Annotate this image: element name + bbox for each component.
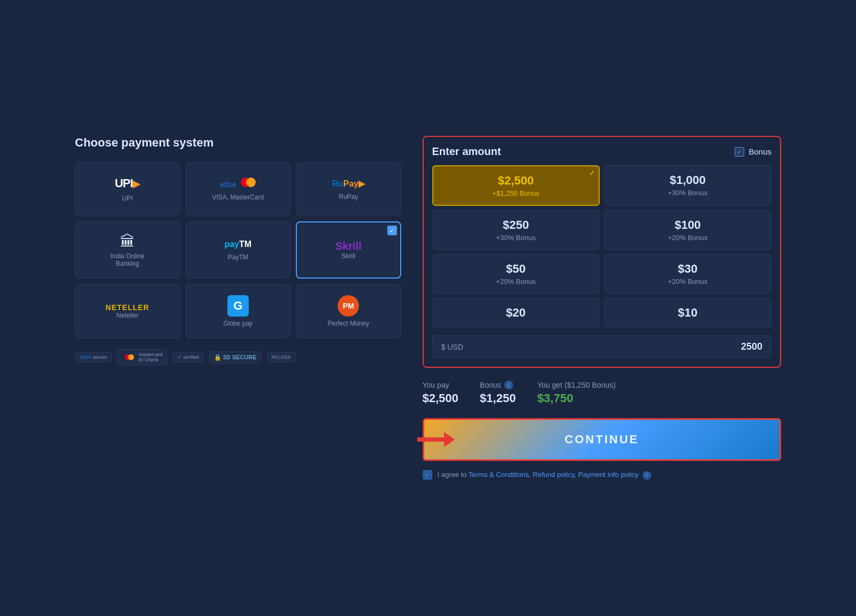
upi-logo-wrapper: UPI▶ bbox=[114, 176, 140, 190]
pm-label: Perfect Money bbox=[328, 320, 369, 327]
pci-dss-badge: PCI DSS bbox=[267, 352, 296, 363]
left-panel: Choose payment system UPI▶ UPI VISA bbox=[75, 136, 401, 480]
mastercard-icon bbox=[241, 178, 256, 187]
rupay-logo: RuPay▶ bbox=[332, 179, 365, 189]
bonus-info-icon[interactable]: i bbox=[505, 381, 513, 389]
payment-card-rupay[interactable]: RuPay▶ RuPay bbox=[296, 163, 401, 216]
amount-1000-bonus: +30% Bonus bbox=[612, 189, 763, 197]
payment-card-visa-mc[interactable]: VISA VISA, MasterCard bbox=[186, 163, 291, 216]
terms-link[interactable]: Terms & Conditions bbox=[469, 471, 529, 479]
amount-100-bonus: +20% Bonus bbox=[612, 234, 763, 242]
terms-info-icon[interactable]: i bbox=[643, 471, 651, 480]
bonus-summary-value: $1,250 bbox=[480, 391, 516, 405]
amount-option-2500[interactable]: $2,500 +$1,250 Bonus bbox=[432, 165, 600, 206]
you-pay-label: You pay bbox=[423, 381, 458, 389]
continue-button-wrapper: CONTINUE bbox=[423, 418, 781, 461]
payment-card-pm[interactable]: PM Perfect Money bbox=[296, 284, 401, 338]
amount-input-row: $ USD bbox=[432, 335, 771, 358]
security-badges: VISA secure mastercardID Check ✓ verifie… bbox=[75, 349, 401, 365]
amount-option-1000[interactable]: $1,000 +30% Bonus bbox=[604, 165, 771, 206]
you-pay-summary: You pay $2,500 bbox=[423, 381, 458, 405]
amount-section: Enter amount ✓ Bonus $2,500 +$1,250 Bonu… bbox=[423, 136, 781, 368]
right-panel: Enter amount ✓ Bonus $2,500 +$1,250 Bonu… bbox=[423, 136, 781, 480]
bonus-toggle[interactable]: ✓ Bonus bbox=[735, 147, 771, 157]
verified-badge: ✓ verified bbox=[173, 352, 204, 363]
bonus-summary: Bonus i $1,250 bbox=[480, 381, 516, 405]
payment-grid: UPI▶ UPI VISA VISA, MasterCard RuPa bbox=[75, 163, 401, 338]
globe-label: Globe pay bbox=[223, 320, 253, 327]
you-get-summary: You get ($1,250 Bonus) $3,750 bbox=[537, 381, 616, 405]
you-get-label: You get ($1,250 Bonus) bbox=[537, 381, 616, 389]
upi-text: UPI bbox=[114, 176, 133, 190]
amount-250-value: $250 bbox=[440, 218, 592, 232]
amount-50-bonus: +20% Bonus bbox=[440, 278, 592, 286]
bonus-checkbox[interactable]: ✓ bbox=[735, 147, 744, 157]
skrill-check: ✓ bbox=[387, 226, 397, 235]
amount-50-value: $50 bbox=[440, 262, 592, 276]
amount-20-value: $20 bbox=[440, 306, 592, 320]
visa-mc-logo: VISA bbox=[220, 178, 256, 189]
mastercard-id-badge: mastercardID Check bbox=[117, 349, 167, 365]
summary-row: You pay $2,500 Bonus i $1,250 You get ($… bbox=[423, 379, 781, 407]
arrow-shaft bbox=[417, 437, 444, 442]
amount-title: Enter amount bbox=[432, 145, 501, 158]
amount-10-value: $10 bbox=[612, 306, 763, 320]
amount-option-100[interactable]: $100 +20% Bonus bbox=[604, 210, 771, 250]
upi-label: UPI bbox=[122, 195, 133, 202]
amount-header: Enter amount ✓ Bonus bbox=[432, 145, 771, 158]
amount-250-bonus: +30% Bonus bbox=[440, 234, 592, 242]
rupay-label: RuPay bbox=[339, 193, 358, 201]
payment-info-link[interactable]: Payment info policy bbox=[578, 471, 639, 479]
refund-link[interactable]: Refund policy bbox=[533, 471, 575, 479]
payment-card-neteller[interactable]: NETELLER Neteller bbox=[75, 284, 180, 338]
amount-options-grid: $2,500 +$1,250 Bonus $1,000 +30% Bonus $… bbox=[432, 165, 771, 328]
payment-card-upi[interactable]: UPI▶ UPI bbox=[75, 163, 180, 216]
you-get-value: $3,750 bbox=[537, 391, 616, 405]
arrow-head bbox=[444, 432, 455, 447]
visa-mc-label: VISA, MasterCard bbox=[212, 194, 264, 201]
globe-icon: G bbox=[227, 295, 249, 317]
payment-card-globe[interactable]: G Globe pay bbox=[186, 284, 291, 338]
amount-2500-value: $2,500 bbox=[441, 174, 591, 188]
skrill-logo: Skrill bbox=[335, 240, 362, 252]
currency-label: $ USD bbox=[441, 343, 468, 351]
skrill-label: Skrill bbox=[341, 252, 355, 260]
terms-checkbox[interactable]: ✓ bbox=[423, 470, 432, 480]
payment-card-paytm[interactable]: payTM PayTM bbox=[186, 221, 291, 279]
terms-row: ✓ I agree to Terms & Conditions, Refund … bbox=[423, 469, 781, 480]
visa-secure-badge: VISA secure bbox=[75, 352, 112, 363]
lock-icon: 🔒 bbox=[214, 354, 221, 361]
amount-option-10[interactable]: $10 bbox=[604, 298, 771, 328]
amount-30-value: $30 bbox=[612, 262, 763, 276]
amount-2500-bonus: +$1,250 Bonus bbox=[441, 189, 591, 197]
panel-title: Choose payment system bbox=[75, 136, 401, 150]
amount-option-30[interactable]: $30 +20% Bonus bbox=[604, 254, 771, 294]
payment-card-india-banking[interactable]: 🏛 India OnlineBanking bbox=[75, 221, 180, 279]
continue-button[interactable]: CONTINUE bbox=[423, 418, 781, 461]
india-banking-label: India OnlineBanking bbox=[110, 252, 144, 267]
amount-1000-value: $1,000 bbox=[612, 173, 763, 187]
amount-input[interactable] bbox=[473, 341, 762, 352]
paytm-logo: payTM bbox=[224, 240, 251, 249]
amount-option-50[interactable]: $50 +20% Bonus bbox=[432, 254, 600, 294]
pm-icon: PM bbox=[338, 295, 359, 317]
neteller-logo: NETELLER bbox=[105, 303, 149, 312]
you-pay-value: $2,500 bbox=[423, 391, 458, 405]
amount-100-value: $100 bbox=[612, 218, 763, 232]
amount-30-bonus: +20% Bonus bbox=[612, 278, 763, 286]
bonus-summary-label: Bonus i bbox=[480, 381, 516, 389]
neteller-label: Neteller bbox=[117, 312, 139, 319]
bonus-toggle-label: Bonus bbox=[748, 147, 771, 156]
terms-text: I agree to Terms & Conditions, Refund po… bbox=[438, 469, 652, 480]
amount-option-20[interactable]: $20 bbox=[432, 298, 600, 328]
payment-card-skrill[interactable]: ✓ Skrill Skrill bbox=[296, 221, 401, 279]
bank-icon: 🏛 bbox=[120, 233, 135, 250]
arrow-indicator bbox=[417, 432, 455, 447]
3d-secure-badge: 🔒 3D SECURE bbox=[209, 351, 262, 364]
paytm-label: PayTM bbox=[228, 253, 248, 261]
amount-option-250[interactable]: $250 +30% Bonus bbox=[432, 210, 600, 250]
